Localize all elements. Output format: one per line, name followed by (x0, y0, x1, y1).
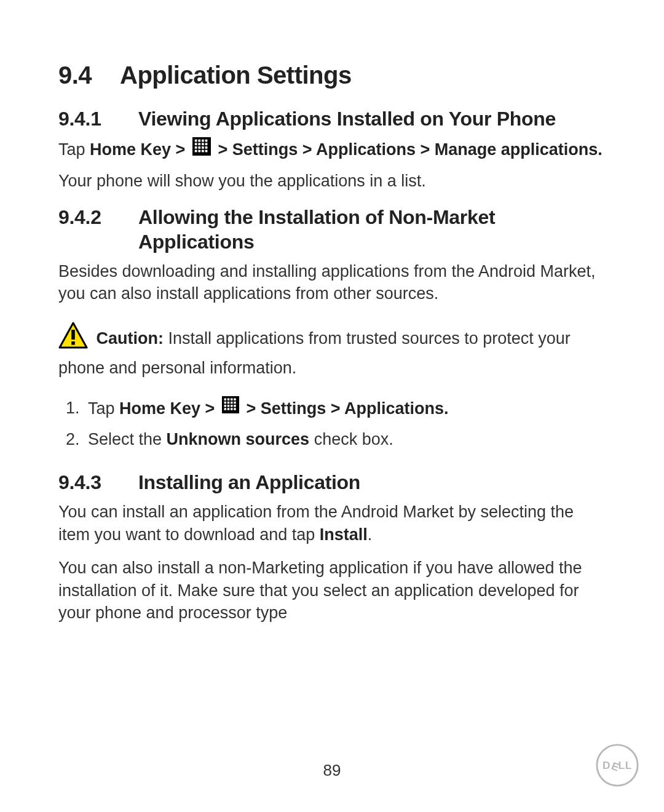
caution-block: Caution: Install applications from trust… (58, 322, 606, 380)
subsection-heading-9-4-1: 9.4.1 Viewing Applications Installed on … (58, 106, 606, 131)
nav-bold-a: Home Key > (90, 140, 190, 159)
svg-rect-1 (195, 140, 197, 142)
svg-rect-24 (234, 398, 236, 400)
document-page: 9.4 Application Settings 9.4.1 Viewing A… (0, 0, 664, 812)
svg-rect-15 (202, 150, 204, 153)
subsection-title: Viewing Applications Installed on Your P… (138, 106, 556, 131)
svg-rect-26 (227, 401, 230, 404)
svg-rect-8 (205, 143, 208, 145)
svg-rect-2 (198, 140, 200, 142)
svg-rect-3 (202, 140, 204, 142)
subsection-number: 9.4.2 (58, 206, 138, 229)
svg-rect-18 (71, 330, 75, 340)
p1-b: . (368, 525, 373, 544)
svg-rect-25 (224, 401, 226, 404)
p1-a: You can install an application from the … (58, 503, 574, 543)
svg-rect-16 (205, 150, 208, 153)
p1-bold: Install (320, 525, 368, 544)
svg-rect-10 (198, 146, 200, 149)
svg-rect-23 (231, 398, 233, 400)
body-9-4-3-p2: You can also install a non-Marketing app… (58, 557, 606, 624)
page-number: 89 (0, 761, 664, 780)
svg-text:DELL: DELL (603, 759, 632, 774)
svg-rect-32 (234, 405, 236, 407)
nav-prefix: Tap (58, 140, 90, 159)
dell-logo-icon: DELL (595, 743, 639, 790)
step1-prefix: Tap (88, 399, 119, 417)
svg-rect-29 (224, 405, 226, 407)
svg-rect-13 (195, 150, 197, 153)
nav-bold-b: > Settings > Applications > Manage appli… (213, 140, 603, 159)
svg-rect-9 (195, 146, 197, 149)
step2-a: Select the (88, 430, 167, 448)
apps-grid-icon (222, 396, 239, 420)
steps-9-4-2: Tap Home Key > > Settings > Applications… (58, 396, 606, 452)
step1-bold-a: Home Key > (119, 399, 219, 417)
svg-rect-27 (231, 401, 233, 404)
svg-rect-22 (227, 398, 230, 400)
warning-triangle-icon (58, 322, 88, 354)
svg-rect-14 (198, 150, 200, 153)
section-number: 9.4 (58, 62, 120, 89)
svg-rect-5 (195, 143, 197, 145)
caution-text: Caution: Install applications from trust… (58, 322, 606, 380)
step-1: Tap Home Key > > Settings > Applications… (84, 396, 606, 423)
svg-rect-21 (224, 398, 226, 400)
svg-rect-28 (234, 401, 236, 404)
nav-path-9-4-1: Tap Home Key > > Settings > Applications… (58, 137, 606, 164)
step2-b: check box. (309, 430, 393, 448)
subsection-title: Allowing the Installation of Non-Market … (138, 205, 606, 254)
subsection-heading-9-4-3: 9.4.3 Installing an Application (58, 470, 606, 495)
svg-rect-7 (202, 143, 204, 145)
step-2: Select the Unknown sources check box. (84, 428, 606, 452)
svg-rect-34 (227, 408, 230, 410)
subsection-number: 9.4.3 (58, 471, 138, 494)
svg-rect-6 (198, 143, 200, 145)
body-9-4-3-p1: You can install an application from the … (58, 501, 606, 546)
body-9-4-2: Besides downloading and installing appli… (58, 260, 606, 305)
svg-rect-11 (202, 146, 204, 149)
svg-rect-30 (227, 405, 230, 407)
caution-label: Caution: (97, 329, 164, 348)
subsection-title: Installing an Application (138, 470, 360, 495)
svg-rect-35 (231, 408, 233, 410)
body-9-4-1: Your phone will show you the application… (58, 170, 606, 192)
subsection-number: 9.4.1 (58, 108, 138, 130)
svg-rect-33 (224, 408, 226, 410)
section-heading-9-4: 9.4 Application Settings (58, 62, 606, 89)
apps-grid-icon (192, 137, 211, 161)
svg-rect-4 (205, 140, 208, 142)
svg-rect-31 (231, 405, 233, 407)
step1-bold-b: > Settings > Applications. (242, 399, 449, 417)
svg-rect-19 (71, 341, 75, 345)
subsection-heading-9-4-2: 9.4.2 Allowing the Installation of Non-M… (58, 205, 606, 254)
svg-rect-36 (234, 408, 236, 410)
step2-bold: Unknown sources (167, 430, 310, 448)
svg-rect-12 (205, 146, 208, 149)
section-title: Application Settings (120, 62, 352, 89)
